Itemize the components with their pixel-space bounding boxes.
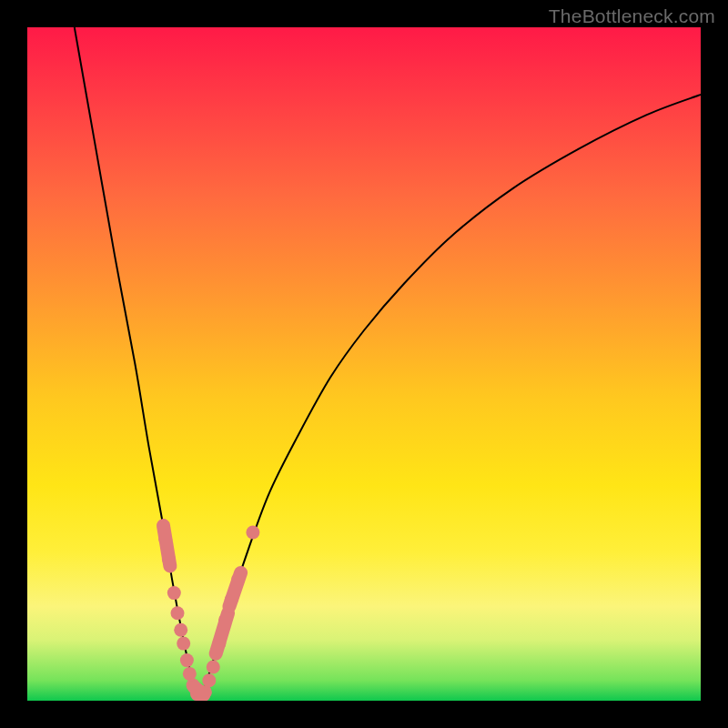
data-marker-cluster [216, 613, 228, 653]
data-marker-cluster [195, 687, 204, 694]
data-marker [207, 661, 220, 674]
data-marker [167, 586, 181, 600]
data-marker [246, 526, 259, 540]
data-marker [180, 653, 194, 667]
bottleneck-curve [75, 27, 701, 697]
data-marker [202, 673, 216, 687]
watermark-text: TheBottleneck.com [549, 5, 715, 27]
data-marker-cluster [229, 572, 241, 606]
data-markers [158, 526, 259, 702]
plot-area [27, 27, 701, 701]
data-marker [171, 606, 185, 620]
data-marker [177, 637, 190, 651]
chart-frame: TheBottleneck.com [0, 0, 728, 728]
data-marker [174, 623, 187, 637]
curve-layer [27, 27, 701, 701]
data-marker-cluster [163, 526, 169, 566]
